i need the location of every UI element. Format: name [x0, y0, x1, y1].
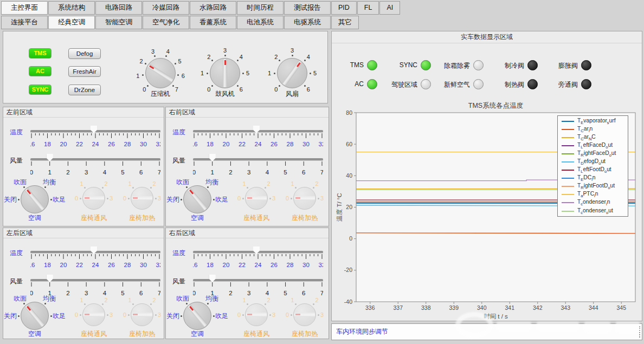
tab-water-loop[interactable]: 水路回路 [190, 1, 236, 15]
front-left-seat-vent-knob-scale-label: 0 [75, 195, 78, 202]
rear-right-mode-knob[interactable] [183, 302, 211, 330]
front-right-seat-vent-knob-tick-dot [242, 198, 244, 199]
legend-series-label: TRightFootDout [577, 183, 615, 190]
front-right-seat-vent-knob[interactable] [245, 187, 268, 210]
svg-text:16: 16 [193, 141, 197, 147]
front-left-seat-vent-knob[interactable] [82, 187, 105, 210]
legend-item: TCarNC [558, 133, 628, 141]
front-right-mode-knob[interactable] [183, 185, 211, 213]
tab-system-structure[interactable]: 系统结构 [48, 1, 95, 15]
rear-right-seat-heat-knob-tick-dot [291, 314, 292, 316]
svg-text:20: 20 [223, 262, 230, 268]
rear-left-seat-heat-knob-scale-label: 0 [123, 311, 126, 318]
tab-time-history[interactable]: 时间历程 [237, 1, 284, 15]
legend-item: TEDCin [558, 174, 628, 183]
front-right-seat-heat-knob-scale-label: 1 [291, 180, 294, 187]
front-right-mode-knob-tick-dot [213, 199, 215, 200]
tms-toggle-button[interactable]: TMS [29, 48, 51, 59]
svg-text:4: 4 [103, 169, 107, 176]
legend-item: TLeftFaceDout [558, 141, 628, 150]
svg-text:4: 4 [266, 290, 269, 296]
tab-others[interactable]: 其它 [331, 16, 359, 29]
svg-text:26: 26 [108, 262, 115, 268]
compressor-knob[interactable] [145, 58, 176, 88]
svg-text:20: 20 [223, 141, 230, 147]
app-window: 主控界面系统结构电路回路冷媒回路水路回路时间历程测试报告PIDFLAI 连接平台… [0, 0, 644, 344]
svg-text:32: 32 [156, 262, 160, 268]
front-left-mode-knob[interactable] [21, 185, 49, 213]
tab-battery-system[interactable]: 电池系统 [237, 16, 284, 29]
tab-pid[interactable]: PID [331, 1, 357, 15]
drzone-button[interactable]: DrZone [68, 85, 101, 95]
rear-right-seat-vent-knob-scale-label: 0 [237, 311, 241, 318]
front-right-seat-vent-knob-pointer [246, 187, 267, 209]
legend-line-swatch [562, 202, 574, 203]
rear-right-seat-heat-knob[interactable] [293, 303, 316, 326]
tab-connect-platform[interactable]: 连接平台 [1, 16, 48, 29]
tab-fl[interactable]: FL [357, 1, 379, 15]
fan-knob-caption: 风扇 [268, 89, 317, 99]
led-expansion-valve [581, 60, 591, 70]
zone-panel-front-left: 左前区域 温度161820222426283032风量01234567关闭吹面均… [3, 107, 164, 226]
fan-knob[interactable] [277, 58, 307, 88]
rear-right-mode-knob-tick-dot [213, 315, 215, 317]
legend-line-swatch [562, 129, 574, 130]
tab-smart-ac[interactable]: 智能空调 [95, 16, 142, 29]
hvac-master-controls-panel: TMS AC SYNC Defog FreshAir DrZone 012345… [3, 31, 328, 103]
tab-edrive-system[interactable]: 电驱系统 [284, 16, 331, 29]
tab-main-screen[interactable]: 主控界面 [1, 1, 48, 15]
svg-text:18: 18 [207, 262, 214, 268]
tab-classic-ac[interactable]: 经典空调 [48, 16, 95, 29]
front-right-seat-heat-knob-tick-dot [318, 198, 319, 199]
rear-right-seat-vent-knob-indicator [247, 314, 252, 316]
rear-left-seat-vent-knob[interactable] [82, 303, 105, 326]
blower-knob[interactable] [210, 58, 240, 88]
tab-air-purify[interactable]: 空气净化 [143, 16, 189, 29]
legend-series-label: TRightFaceDout [577, 150, 616, 158]
rear-left-seat-vent-knob-indicator [85, 314, 89, 316]
legend-item: TRightFaceDout [558, 150, 628, 158]
sync-toggle-button[interactable]: SYNC [29, 85, 51, 95]
front-left-seat-heat-knob[interactable] [131, 187, 153, 210]
svg-text:3: 3 [85, 290, 88, 296]
blower-knob-pointer [210, 59, 240, 88]
fan-knob-scale-label: 3 [291, 47, 294, 54]
zone-title: 右前区域 [166, 107, 329, 118]
tab-fragrance-system[interactable]: 香薰系统 [190, 16, 236, 29]
fan-knob-scale-label: 1 [268, 70, 271, 76]
rear-left-seat-vent-knob-pointer [83, 304, 105, 326]
svg-text:22: 22 [239, 262, 246, 268]
status-message-box[interactable]: 车内环境同步调节 [331, 323, 642, 340]
compressor-knob-scale-label: 6 [182, 73, 185, 79]
tab-test-report[interactable]: 测试报告 [284, 1, 331, 15]
front-right-seat-heat-knob[interactable] [293, 187, 316, 210]
front-right-mode-knob-scale-label: 关闭 [166, 195, 179, 204]
svg-text:32: 32 [319, 262, 323, 268]
freshair-button[interactable]: FreshAir [68, 66, 101, 77]
svg-text:TMS系统各点温度: TMS系统各点温度 [468, 102, 523, 109]
textbox-resize-handle[interactable] [637, 326, 640, 337]
compressor-knob-tick-dot [147, 85, 149, 87]
ac-toggle-button[interactable]: AC [29, 66, 51, 76]
svg-text:28: 28 [287, 262, 294, 268]
blower-knob-tick-dot [207, 73, 208, 74]
rear-left-seat-heat-knob[interactable] [131, 303, 153, 326]
front-left-mode-knob-tick-dot [18, 199, 20, 200]
defog-button[interactable]: Defog [68, 48, 101, 59]
rear-left-seat-heat-knob-tick-dot [155, 314, 157, 316]
rear-left-seat-heat-knob-pointer [131, 304, 153, 326]
temp-label: 温度 [10, 249, 23, 258]
fan-label: 风量 [172, 277, 185, 286]
tab-ai[interactable]: AI [379, 1, 400, 15]
tab-circuit-loop[interactable]: 电路回路 [95, 1, 142, 15]
legend-item: Tcondenserout [558, 207, 628, 215]
fan-knob-tick-dot [279, 85, 280, 87]
front-left-mode-knob-scale-label: 吹面 [14, 177, 27, 186]
rear-right-seat-vent-knob[interactable] [245, 303, 268, 326]
rear-left-mode-knob[interactable] [21, 302, 49, 330]
svg-text:1: 1 [211, 169, 214, 176]
temp-label: 温度 [172, 249, 185, 258]
tab-refrigerant-loop[interactable]: 冷媒回路 [143, 1, 189, 15]
rear-right-seat-heat-knob-caption: 座椅加热 [280, 329, 329, 339]
svg-text:32: 32 [156, 141, 160, 147]
